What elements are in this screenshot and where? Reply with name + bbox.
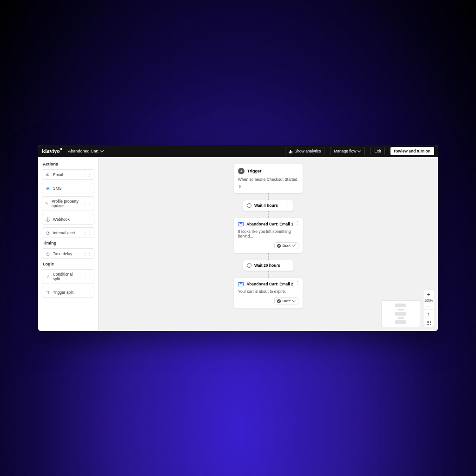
show-analytics-label: Show analytics: [295, 149, 321, 153]
wait-node-2[interactable]: Wait 20 hours: [243, 260, 294, 271]
timing-item[interactable]: ◷Time delay⋮⋮: [42, 248, 94, 259]
internal-alert-icon: ◔: [45, 230, 50, 235]
flow-name-label: Abandoned Cart: [68, 149, 99, 153]
minimap-node: [397, 317, 404, 319]
app-window: klaviyo Abandoned Cart Show analytics Ma…: [38, 145, 438, 331]
clock-icon: [247, 263, 251, 268]
wait-label: Wait 4 hours: [254, 203, 278, 208]
grip-icon: ⋮⋮: [83, 274, 91, 279]
show-analytics-button[interactable]: Show analytics: [285, 147, 325, 155]
action-item[interactable]: ✉Email⋮⋮: [42, 169, 94, 180]
email-node-1[interactable]: Abandoned Cart: Email 1 It looks like yo…: [233, 218, 303, 253]
item-label: Time delay: [53, 251, 72, 256]
connector: [268, 211, 269, 218]
brand-logo: klaviyo: [42, 147, 62, 155]
sparkle-icon: [238, 168, 245, 174]
trigger-title: Trigger: [247, 169, 262, 173]
grip-icon: ⋮⋮: [83, 201, 91, 206]
exit-label: Exit: [374, 149, 381, 153]
draft-icon: [277, 244, 281, 248]
review-label: Review and turn on: [394, 149, 430, 153]
section-title-logic: Logic: [43, 262, 93, 266]
email-icon: ✉: [45, 172, 50, 177]
section-title-actions: Actions: [43, 162, 93, 166]
item-label: Internal alert: [53, 231, 75, 235]
manage-flow-label: Manage flow: [334, 149, 356, 153]
logic-item[interactable]: ⑂Conditional split⋮⋮: [42, 269, 94, 284]
item-label: Email: [53, 172, 63, 177]
chevron-down-icon: [100, 150, 104, 153]
item-label: Trigger split: [53, 290, 73, 295]
analytics-icon: [289, 149, 293, 153]
draft-icon: [277, 299, 281, 303]
action-item[interactable]: ◉SMS⋮⋮: [42, 183, 94, 193]
status-label: Draft: [283, 244, 291, 248]
grip-icon: ⋮⋮: [83, 172, 91, 177]
item-label: SMS: [53, 186, 61, 191]
minimap-node: [397, 309, 404, 311]
time-delay-icon: ◷: [45, 251, 50, 256]
flow-column: Trigger When someone Checkout Started ⚱ …: [233, 164, 303, 309]
email-subject: It looks like you left something behind.…: [238, 229, 298, 238]
item-label: Profile property update: [52, 199, 80, 208]
wait-label: Wait 20 hours: [254, 263, 280, 268]
action-item[interactable]: ◔Internal alert⋮⋮: [42, 227, 94, 238]
email-title: Abandoned Cart: Email 2: [246, 282, 293, 286]
status-dropdown[interactable]: Draft: [274, 298, 298, 304]
kebab-icon[interactable]: [285, 205, 291, 206]
chevron-down-icon: [358, 150, 361, 153]
review-turn-on-button[interactable]: Review and turn on: [390, 147, 434, 155]
kebab-icon[interactable]: [295, 283, 300, 284]
mail-icon: [238, 222, 244, 226]
trigger-split-icon: ⇉: [45, 290, 50, 295]
mail-icon: [238, 282, 244, 286]
item-label: Conditional split: [53, 272, 80, 281]
zoom-controls: + 100% − ↑: [423, 290, 434, 327]
connector: [268, 193, 269, 200]
manage-flow-button[interactable]: Manage flow: [330, 147, 365, 155]
status-dropdown[interactable]: Draft: [274, 242, 298, 249]
grip-icon: ⋮⋮: [83, 231, 91, 235]
profile-property-update-icon: ✎: [45, 201, 49, 206]
grid-icon: [427, 321, 431, 325]
grip-icon: ⋮⋮: [83, 217, 91, 222]
logic-item[interactable]: ⇉Trigger split⋮⋮: [42, 287, 94, 298]
wait-node-1[interactable]: Wait 4 hours: [243, 200, 294, 211]
email-title: Abandoned Cart: Email 1: [246, 222, 293, 226]
connector: [268, 271, 269, 278]
grip-icon: ⋮⋮: [83, 186, 91, 191]
sms-icon: ◉: [45, 185, 50, 191]
email-subject: Your cart is about to expire.: [238, 289, 298, 294]
zoom-out-button[interactable]: −: [423, 303, 434, 309]
kebab-icon[interactable]: [295, 223, 300, 224]
email-node-2[interactable]: Abandoned Cart: Email 2 Your cart is abo…: [233, 278, 303, 309]
kebab-icon[interactable]: [285, 264, 291, 266]
clock-icon: [247, 203, 251, 208]
flow-name-dropdown[interactable]: Abandoned Cart: [68, 149, 104, 153]
action-item[interactable]: ⚓Webhook⋮⋮: [42, 214, 94, 225]
grid-handle-button[interactable]: [423, 318, 434, 327]
zoom-in-button[interactable]: +: [423, 290, 434, 298]
minimap-node: [395, 304, 406, 307]
filter-icon: ⚱: [238, 185, 298, 189]
exit-button[interactable]: Exit: [370, 147, 384, 155]
action-item[interactable]: ✎Profile property update⋮⋮: [42, 196, 94, 211]
conditional-split-icon: ⑂: [45, 274, 50, 279]
minimap-node: [395, 320, 406, 324]
grip-icon: ⋮⋮: [83, 251, 91, 256]
trigger-node[interactable]: Trigger When someone Checkout Started ⚱: [233, 164, 303, 193]
chevron-down-icon: [292, 244, 296, 247]
grip-icon: ⋮⋮: [83, 290, 91, 295]
webhook-icon: ⚓: [45, 217, 50, 222]
minimap-node: [395, 312, 406, 316]
top-bar: klaviyo Abandoned Cart Show analytics Ma…: [38, 145, 438, 157]
trigger-subtitle: When someone Checkout Started: [238, 177, 298, 182]
flow-canvas[interactable]: Trigger When someone Checkout Started ⚱ …: [99, 157, 438, 331]
chevron-down-icon: [292, 299, 296, 303]
item-label: Webhook: [53, 217, 70, 222]
section-title-timing: Timing: [43, 241, 93, 245]
connector: [268, 253, 269, 260]
status-label: Draft: [283, 299, 291, 303]
reset-view-button[interactable]: ↑: [423, 310, 434, 318]
minimap[interactable]: [381, 300, 420, 327]
